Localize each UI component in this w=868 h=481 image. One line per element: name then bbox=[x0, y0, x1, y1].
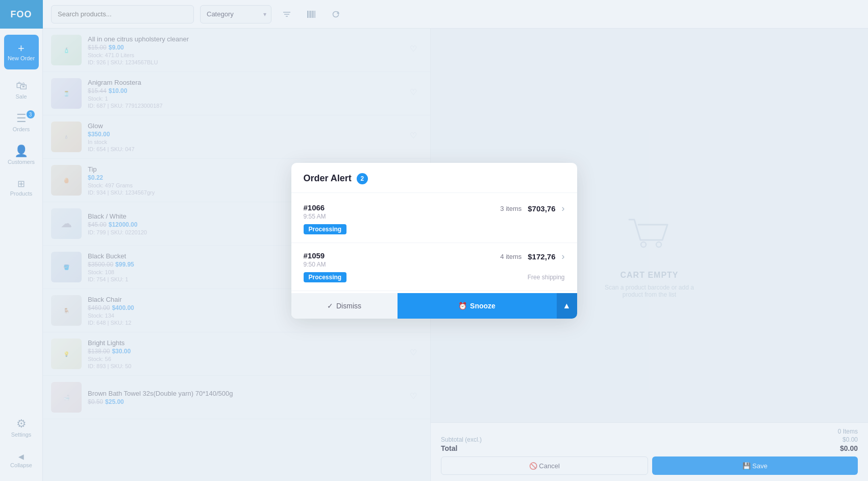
order-detail-arrow[interactable]: › bbox=[562, 203, 565, 214]
order-row-bottom: Processing bbox=[304, 224, 565, 234]
modal-overlay: Order Alert 2 #1066 9:55 AM 3 items $703… bbox=[0, 0, 868, 481]
order-items-count: 4 items bbox=[500, 253, 522, 260]
order-row-top: #1059 9:50 AM 4 items $172,76 › bbox=[304, 251, 565, 268]
order-info-left: #1059 9:50 AM bbox=[304, 251, 326, 268]
shipping-label: Free shipping bbox=[528, 274, 565, 281]
snooze-label: Snooze bbox=[470, 302, 495, 310]
snooze-expand-button[interactable]: ▲ bbox=[557, 293, 577, 319]
modal-body: #1066 9:55 AM 3 items $703,76 › Processi… bbox=[291, 193, 577, 293]
modal-title: Order Alert bbox=[304, 173, 352, 184]
order-time: 9:55 AM bbox=[304, 213, 326, 220]
order-status-badge: Processing bbox=[304, 224, 347, 234]
order-status-badge: Processing bbox=[304, 272, 347, 282]
order-amount: $703,76 bbox=[528, 204, 555, 213]
checkmark-icon: ✓ bbox=[327, 302, 333, 310]
order-items-count: 3 items bbox=[500, 205, 522, 212]
chevron-up-icon: ▲ bbox=[563, 301, 571, 310]
dismiss-label: Dismiss bbox=[336, 302, 361, 310]
order-id: #1059 bbox=[304, 251, 326, 260]
modal-footer: ✓ Dismiss ⏰ Snooze ▲ bbox=[291, 293, 577, 319]
order-detail-arrow[interactable]: › bbox=[562, 251, 565, 262]
order-row: #1059 9:50 AM 4 items $172,76 › Processi… bbox=[291, 243, 577, 291]
order-info-right: 4 items $172,76 › bbox=[500, 251, 564, 262]
order-row-bottom: Processing Free shipping bbox=[304, 272, 565, 282]
snooze-button[interactable]: ⏰ Snooze bbox=[398, 293, 557, 319]
order-row-top: #1066 9:55 AM 3 items $703,76 › bbox=[304, 203, 565, 220]
order-amount: $172,76 bbox=[528, 252, 555, 261]
snooze-clock-icon: ⏰ bbox=[458, 302, 467, 310]
dismiss-button[interactable]: ✓ Dismiss bbox=[291, 293, 398, 319]
order-info-left: #1066 9:55 AM bbox=[304, 203, 326, 220]
order-id: #1066 bbox=[304, 203, 326, 212]
modal-header: Order Alert 2 bbox=[291, 163, 577, 193]
order-info-right: 3 items $703,76 › bbox=[500, 203, 564, 214]
order-alert-modal: Order Alert 2 #1066 9:55 AM 3 items $703… bbox=[291, 163, 577, 319]
order-time: 9:50 AM bbox=[304, 261, 326, 268]
order-row: #1066 9:55 AM 3 items $703,76 › Processi… bbox=[291, 195, 577, 243]
modal-badge: 2 bbox=[357, 173, 368, 184]
